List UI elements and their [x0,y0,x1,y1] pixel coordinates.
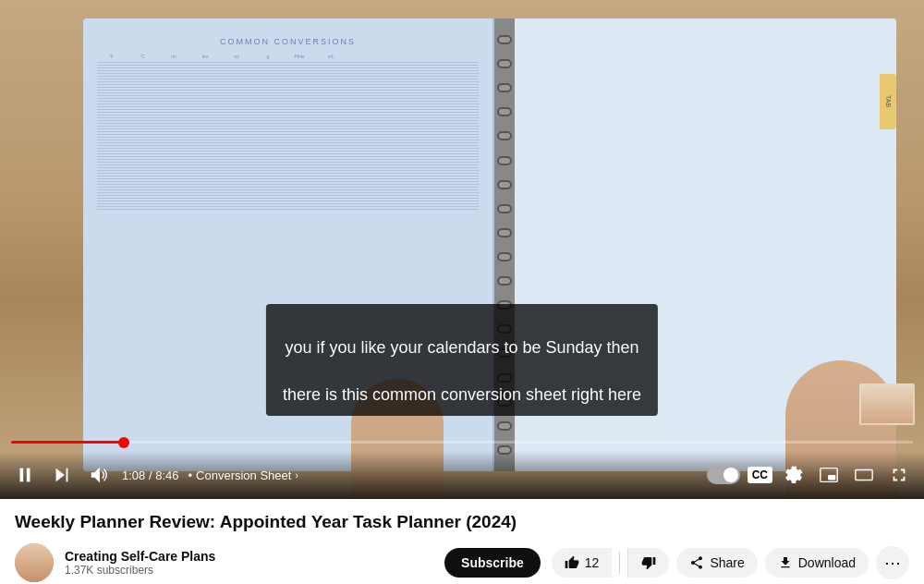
theater-button[interactable] [850,461,878,489]
more-options-button[interactable]: ⋯ [876,546,909,579]
volume-icon [89,465,109,485]
progress-area[interactable] [0,441,924,444]
channel-info: Creating Self-Care Plans 1.37K subscribe… [65,549,433,577]
svg-rect-0 [20,468,24,482]
share-button[interactable]: Share [676,548,757,578]
settings-icon [784,465,804,485]
miniplayer-button[interactable] [815,461,843,489]
video-subtitle: you if you like your calendars to be Sun… [266,304,658,416]
toggle-track [707,466,740,484]
like-icon [565,555,579,570]
right-controls: CC [707,461,913,489]
next-button[interactable] [48,461,76,489]
download-icon [778,555,793,570]
fullscreen-button[interactable] [885,461,913,489]
chapter-chevron: › [295,470,298,481]
next-icon [52,465,72,485]
time-display: 1:08 / 8:46 [122,468,178,482]
cc-button[interactable]: CC [748,467,772,483]
svg-marker-2 [56,468,65,482]
controls-bar: 1:08 / 8:46 • Conversion Sheet › CC [0,451,924,499]
svg-rect-6 [828,475,835,481]
svg-rect-7 [856,470,872,481]
channel-avatar[interactable] [15,543,54,582]
subscriber-count: 1.37K subscribers [65,564,433,577]
fullscreen-icon [889,465,909,485]
pause-icon [15,465,35,485]
video-title: Weekly Planner Review: Appointed Year Ta… [15,512,909,532]
notebook-tab: TAB [880,74,896,129]
like-count: 12 [585,555,600,570]
video-thumbnail-preview [859,383,915,425]
like-dislike-divider [619,552,620,574]
chapter-label[interactable]: • Conversion Sheet › [188,468,298,482]
theater-icon [854,465,874,485]
notebook-header: COMMON CONVERSIONS [97,37,479,46]
download-button[interactable]: Download [765,548,869,578]
video-player[interactable]: COMMON CONVERSIONS °F°CmikmozgPintsmL [0,0,924,499]
svg-rect-1 [27,468,30,482]
notebook-content: °F°CmikmozgPintsmL [97,54,479,210]
avatar-image [15,543,54,582]
play-pause-button[interactable] [11,461,39,489]
volume-button[interactable] [85,461,113,489]
share-label: Share [710,555,744,570]
progress-bar-fill [11,441,124,444]
dislike-icon [641,555,656,570]
action-buttons: 12 Share Download [552,546,909,579]
download-label: Download [798,555,856,570]
dislike-button[interactable] [627,548,669,578]
channel-name[interactable]: Creating Self-Care Plans [65,549,433,564]
subscribe-button[interactable]: Subscribe [444,548,541,578]
progress-dot [118,437,129,448]
progress-bar-background[interactable] [11,441,913,444]
settings-button[interactable] [780,461,808,489]
svg-marker-4 [91,468,100,483]
below-video: Weekly Planner Review: Appointed Year Ta… [0,499,924,582]
miniplayer-icon [819,465,839,485]
more-icon: ⋯ [884,553,901,573]
share-icon [689,555,704,570]
channel-row: Creating Self-Care Plans 1.37K subscribe… [15,543,909,582]
toggle-thumb [723,468,738,482]
svg-rect-3 [67,468,68,482]
like-button[interactable]: 12 [552,548,613,578]
subtitle-toggle[interactable] [707,466,740,484]
thumbnail-person [861,385,913,423]
